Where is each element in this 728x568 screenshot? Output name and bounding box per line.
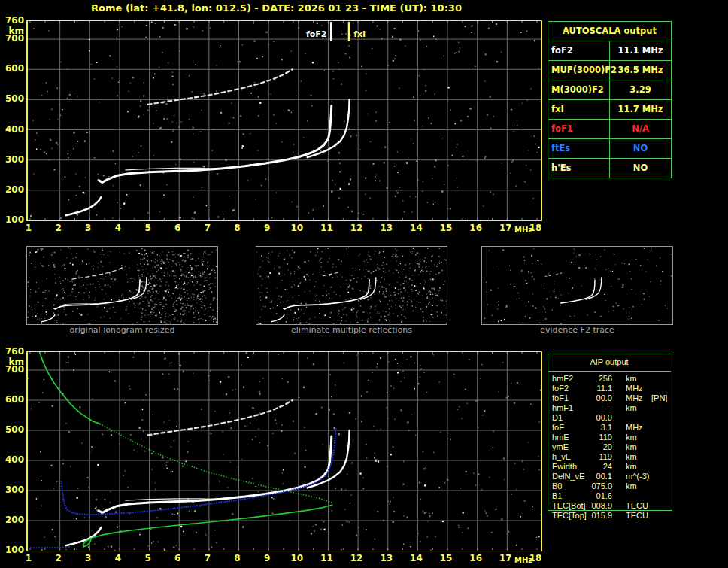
row-label: h'Es (548, 159, 610, 178)
row-value: 110 (575, 433, 612, 442)
y-axis-tick-label: 200 (1, 184, 24, 195)
x-axis-tick-label: 6 (168, 223, 187, 233)
thumbnail-canvas (27, 247, 217, 324)
row-value: N/A (610, 120, 671, 138)
profile-plot-canvas (28, 352, 541, 551)
table-row-hes: h'Es NO (548, 159, 671, 178)
profile-plot (26, 351, 542, 551)
table-row-muf3000f2: MUF(3000)F2 36.5 MHz (548, 61, 671, 80)
aip-row-hme: hmE110km (548, 433, 671, 442)
row-value: --- (575, 403, 612, 412)
frequency-marker-label: fxI (353, 29, 366, 39)
row-label: foE (552, 423, 565, 432)
thumbnail-canvas (482, 247, 672, 324)
x-axis-unit-label: MHz (514, 556, 532, 564)
row-value: 3.29 (610, 80, 671, 99)
x-axis-tick-label: 7 (198, 223, 217, 233)
x-axis-tick-label: 4 (108, 553, 128, 563)
table-row-fof2: foF2 11.1 MHz (548, 41, 671, 61)
row-label: hmF2 (552, 374, 573, 383)
x-axis-tick-label: 16 (466, 553, 486, 563)
aip-row-ewidth: Ewidth24km (548, 462, 671, 472)
row-value: 00.0 (575, 393, 612, 402)
row-unit: km (626, 452, 637, 461)
row-label: ymE (552, 442, 569, 451)
table-row-fxi: fxI 11.7 MHz (548, 100, 671, 120)
row-label: B0 (552, 481, 562, 491)
x-axis-tick-label: 15 (436, 553, 456, 563)
x-axis-tick-label: 16 (466, 223, 486, 233)
x-axis-tick-label: 6 (168, 553, 187, 563)
x-axis-tick-label: 12 (347, 553, 366, 563)
x-axis-tick-label: 14 (406, 553, 426, 563)
row-unit: TECU (626, 501, 648, 510)
row-note: [PN] (651, 393, 667, 402)
aip-row-hve: h_vE119km (548, 452, 671, 462)
aip-row-hmf1: hmF1---km (548, 403, 671, 413)
x-axis-tick-label: 2 (49, 553, 68, 563)
row-label: foF2 (548, 41, 610, 60)
x-axis-tick-label: 15 (436, 223, 456, 233)
row-value: 24 (575, 462, 612, 471)
thumbnail-multiple-reflections-removed (256, 246, 447, 325)
row-value: 11.1 MHz (610, 41, 671, 60)
x-axis-tick-label: 1 (19, 553, 38, 563)
table-row-m3000f2: M(3000)F2 3.29 (548, 80, 671, 100)
y-axis-tick-label: 200 (1, 515, 24, 525)
autoscala-table-header: AUTOSCALA output (548, 22, 671, 41)
x-axis-tick-label: 13 (377, 223, 396, 233)
row-unit: m^(-3) (626, 472, 649, 481)
row-unit: MHz (626, 384, 643, 393)
aip-row-tectop: TEC[Top]015.9TECU (548, 511, 671, 521)
x-axis-tick-label: 14 (406, 223, 426, 233)
x-axis-tick-label: 5 (138, 553, 158, 563)
x-axis-tick-label: 11 (317, 223, 336, 233)
row-label: h_vE (552, 452, 571, 461)
station-date-title: Rome (lat: +41.8, lon: 012.5) - DATE: 20… (0, 2, 553, 14)
aip-row-yme: ymE20km (548, 442, 671, 452)
aip-row-fof1: foF100.0MHz[PN] (548, 393, 671, 403)
thumbnail-original-ionogram (26, 246, 218, 325)
aip-row-b0: B0075.0km (548, 481, 671, 491)
x-axis-tick-label: 17 (496, 553, 515, 563)
x-axis-tick-label: 11 (317, 553, 336, 563)
aip-table-rows: hmF2256km foF211.1MHz foF100.0MHz[PN] hm… (548, 372, 671, 521)
aip-row-d1: D100.0 (548, 413, 671, 423)
x-axis-tick-label: 5 (138, 223, 158, 233)
x-axis-tick-label: 12 (347, 223, 366, 233)
row-unit: km (626, 442, 637, 451)
row-label: Ewidth (552, 462, 577, 471)
row-value: 075.0 (575, 481, 612, 491)
thumbnail-caption: evidence F2 trace (481, 325, 673, 335)
y-axis-tick-label: 400 (1, 454, 24, 465)
aip-row-b1: B101.6 (548, 491, 671, 501)
x-axis-tick-label: 8 (228, 223, 247, 233)
x-axis-tick-label: 9 (257, 553, 277, 563)
y-axis-tick-label: 760 (1, 346, 24, 357)
y-axis-tick-label: 760 (1, 15, 24, 26)
row-label: foF1 (548, 120, 610, 138)
row-value: 119 (575, 452, 612, 461)
x-axis-tick-label: 4 (108, 223, 128, 233)
x-axis-tick-label: 1 (19, 223, 38, 233)
thumbnail-caption: original ionogram resized (26, 325, 218, 335)
row-value: 015.9 (575, 511, 612, 520)
autoscala-window: Rome (lat: +41.8, lon: 012.5) - DATE: 20… (0, 0, 728, 568)
row-unit: TECU (626, 511, 648, 520)
row-label: hmF1 (552, 403, 573, 412)
row-value: 00.1 (575, 472, 612, 481)
row-unit: km (626, 433, 637, 442)
y-axis-tick-label: 400 (1, 124, 24, 135)
autoscala-output-table: AUTOSCALA output foF2 11.1 MHz MUF(3000)… (548, 21, 672, 178)
x-axis-tick-label: 2 (49, 223, 68, 233)
x-axis-tick-label: 10 (287, 553, 307, 563)
aip-table-header: AIP output (548, 354, 671, 372)
row-label: B1 (552, 491, 562, 500)
thumbnail-canvas (256, 247, 447, 324)
y-axis-tick-label: 300 (1, 484, 24, 495)
row-label: foF2 (552, 384, 569, 393)
y-axis-tick-label: 300 (1, 154, 24, 165)
aip-output-table: AIP output hmF2256km foF211.1MHz foF100.… (548, 354, 671, 521)
aip-row-tecbot: TEC[Bot]008.9TECU (548, 501, 671, 511)
row-value: 36.5 MHz (610, 61, 671, 80)
